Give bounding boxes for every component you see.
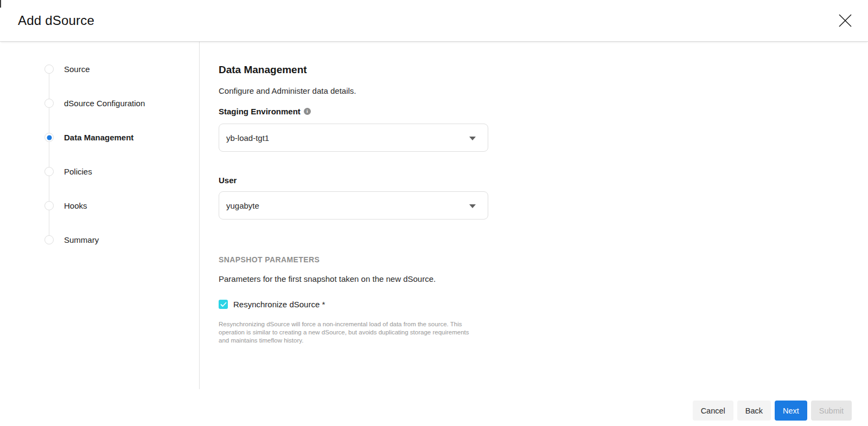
step-label: Policies	[64, 167, 92, 176]
resynchronize-checkbox[interactable]	[219, 300, 228, 309]
dropdown-caret-icon	[469, 204, 476, 208]
submit-button[interactable]: Submit	[811, 401, 852, 421]
user-label: User	[219, 176, 237, 185]
stepper-connector-line	[49, 69, 49, 240]
resynchronize-help-text: Resynchronizing dSource will force a non…	[219, 320, 475, 345]
close-button[interactable]	[834, 10, 856, 31]
user-value: yugabyte	[226, 201, 259, 210]
close-icon	[838, 14, 852, 28]
step-circle-icon	[44, 235, 54, 244]
page-description: Configure and Administer data details.	[219, 86, 356, 95]
staging-environment-label: Staging Environment i	[219, 107, 311, 116]
step-circle-icon	[44, 167, 54, 176]
resynchronize-row: Resynchronize dSource *	[219, 300, 325, 309]
step-dsource-configuration[interactable]: dSource Configuration	[44, 99, 145, 108]
step-policies[interactable]: Policies	[44, 167, 92, 176]
snapshot-parameters-title: SNAPSHOT PARAMETERS	[219, 255, 320, 264]
user-label-text: User	[219, 176, 237, 185]
step-label: Source	[64, 64, 90, 74]
step-source[interactable]: Source	[44, 64, 90, 74]
info-icon[interactable]: i	[304, 108, 311, 115]
step-circle-icon	[44, 99, 54, 108]
page-title: Data Management	[219, 64, 307, 76]
footer-actions: Cancel Back Next Submit	[693, 401, 852, 421]
step-circle-icon	[44, 64, 54, 74]
dropdown-caret-icon	[469, 137, 476, 140]
step-label: dSource Configuration	[64, 99, 145, 108]
back-button[interactable]: Back	[737, 401, 771, 421]
snapshot-parameters-description: Parameters for the first snapshot taken …	[219, 274, 436, 283]
data-management-panel: Data Management Configure and Administer…	[219, 42, 868, 426]
modal-header: Add dSource	[0, 0, 868, 42]
cancel-button[interactable]: Cancel	[693, 401, 733, 421]
screen-edge-artifact	[0, 0, 1, 8]
staging-environment-select[interactable]: yb-load-tgt1	[219, 124, 488, 152]
step-label: Summary	[64, 235, 99, 244]
step-circle-icon	[44, 201, 54, 210]
resynchronize-label[interactable]: Resynchronize dSource *	[233, 300, 325, 309]
modal-title: Add dSource	[18, 13, 94, 28]
step-circle-active-icon	[44, 133, 54, 142]
step-label: Data Management	[64, 133, 133, 142]
step-summary[interactable]: Summary	[44, 235, 99, 244]
next-button[interactable]: Next	[775, 401, 807, 421]
staging-environment-value: yb-load-tgt1	[226, 133, 269, 143]
step-label: Hooks	[64, 201, 87, 210]
staging-environment-label-text: Staging Environment	[219, 107, 301, 116]
step-data-management[interactable]: Data Management	[44, 133, 133, 142]
user-select[interactable]: yugabyte	[219, 191, 488, 220]
step-hooks[interactable]: Hooks	[44, 201, 87, 210]
wizard-stepper: Source dSource Configuration Data Manage…	[0, 42, 200, 389]
check-icon	[220, 302, 227, 307]
